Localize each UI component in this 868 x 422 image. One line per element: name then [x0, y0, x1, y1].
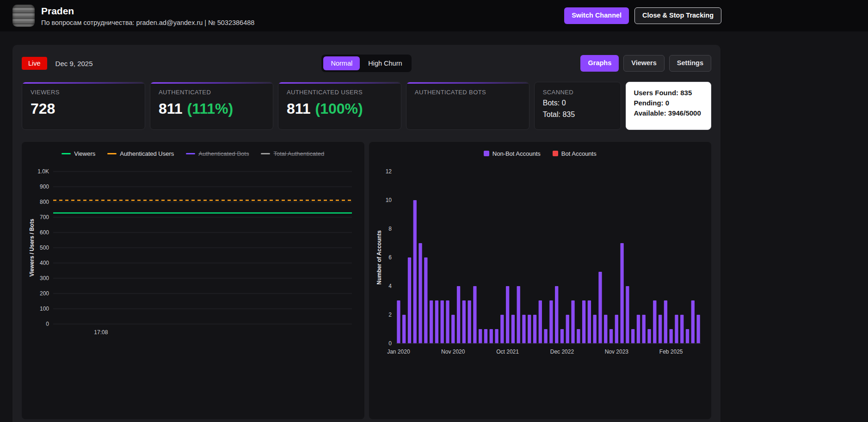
charts-row: ViewersAuthenticated UsersAuthenticated … [22, 142, 711, 419]
scanned-bots-line: Bots: 0 [543, 99, 613, 107]
svg-text:500: 500 [40, 245, 49, 251]
tab-viewers-button[interactable]: Viewers [623, 55, 665, 71]
bar-chart-legend: Non-Bot AccountsBot Accounts [375, 147, 706, 159]
svg-text:Viewers / Users / Bots: Viewers / Users / Bots [29, 219, 35, 277]
svg-text:8: 8 [388, 226, 392, 232]
legend-label: Bot Accounts [561, 150, 597, 157]
svg-text:Dec 2022: Dec 2022 [550, 349, 574, 355]
legend-item-bot-accounts[interactable]: Bot Accounts [553, 150, 597, 157]
legend-swatch [62, 153, 71, 154]
viewers-card-label: VIEWERS [31, 89, 136, 96]
svg-text:700: 700 [40, 214, 49, 220]
legend-label: Authenticated Bots [198, 150, 249, 157]
switch-channel-button[interactable]: Switch Channel [564, 7, 629, 24]
legend-swatch [261, 153, 270, 154]
legend-item-authenticated-bots[interactable]: Authenticated Bots [186, 150, 249, 157]
main-panel: Live Dec 9, 2025 Normal High Churn Graph… [12, 45, 720, 422]
authenticated-card: AUTHENTICATED 811(111%) [150, 82, 273, 130]
channel-subtitle: По вопросам сотрудничества: praden.ad@ya… [41, 19, 254, 26]
scanned-total-line: Total: 835 [543, 110, 613, 119]
authenticated-value: 811 [159, 100, 183, 117]
authenticated-card-label: AUTHENTICATED [159, 89, 265, 96]
svg-text:200: 200 [40, 290, 49, 297]
accounts-bar-chart: 024681012Jan 2020Nov 2020Oct 2021Dec 202… [375, 162, 706, 370]
svg-text:400: 400 [40, 260, 49, 266]
stats-row: VIEWERS 728 AUTHENTICATED 811(111%) AUTH… [22, 82, 711, 130]
svg-text:Nov 2023: Nov 2023 [604, 349, 628, 355]
legend-label: Non-Bot Accounts [492, 150, 541, 157]
svg-text:Oct 2021: Oct 2021 [496, 349, 519, 355]
legend-label: Viewers [74, 150, 95, 157]
svg-text:100: 100 [40, 306, 49, 312]
legend-swatch [186, 153, 195, 154]
svg-text:6: 6 [388, 254, 392, 261]
svg-text:10: 10 [385, 197, 392, 203]
authenticated-users-card-value: 811(100%) [287, 100, 393, 117]
svg-text:Feb 2025: Feb 2025 [659, 349, 683, 355]
legend-item-total-authenticated[interactable]: Total Authenticated [261, 150, 324, 157]
legend-swatch [553, 151, 558, 156]
live-badge: Live [22, 57, 47, 70]
date-label: Dec 9, 2025 [55, 60, 93, 67]
legend-label: Authenticated Users [120, 150, 174, 157]
svg-text:900: 900 [40, 183, 49, 190]
svg-text:1.0K: 1.0K [37, 168, 49, 175]
toolbar: Live Dec 9, 2025 Normal High Churn Graph… [22, 54, 711, 73]
svg-text:Jan 2020: Jan 2020 [387, 349, 410, 355]
channel-info: Praden По вопросам сотрудничества: prade… [12, 5, 254, 27]
legend-swatch [484, 151, 489, 156]
mode-high-churn-button[interactable]: High Churn [361, 56, 409, 70]
summary-available: Available: 3946/5000 [634, 108, 703, 118]
legend-swatch [107, 153, 117, 154]
tab-graphs-button[interactable]: Graphs [580, 55, 619, 71]
authenticated-users-card: AUTHENTICATED USERS 811(100%) [278, 82, 401, 130]
channel-title: Praden [41, 5, 254, 17]
mode-normal-button[interactable]: Normal [323, 56, 360, 70]
svg-text:0: 0 [46, 321, 49, 327]
authenticated-card-value: 811(111%) [159, 100, 265, 117]
authenticated-bots-card: AUTHENTICATED BOTS [406, 82, 529, 130]
authenticated-users-value: 811 [287, 100, 311, 117]
channel-avatar [12, 5, 35, 27]
svg-text:17:08: 17:08 [94, 329, 108, 336]
legend-label: Total Authenticated [273, 150, 324, 157]
svg-text:Number of Accounts: Number of Accounts [376, 230, 382, 285]
viewers-card: VIEWERS 728 [22, 82, 145, 130]
authenticated-percent: (111%) [187, 100, 234, 117]
scanned-card-label: SCANNED [543, 89, 613, 96]
legend-item-non-bot-accounts[interactable]: Non-Bot Accounts [484, 150, 541, 157]
viewers-line-chart: 01002003004005006007008009001.0K17:08Vie… [27, 162, 358, 370]
legend-item-authenticated-users[interactable]: Authenticated Users [107, 150, 174, 157]
svg-text:4: 4 [388, 283, 392, 289]
mode-toggle: Normal High Churn [321, 55, 411, 72]
svg-text:12: 12 [385, 168, 392, 175]
summary-users-found: Users Found: 835 [634, 88, 703, 98]
tab-settings-button[interactable]: Settings [669, 55, 711, 71]
summary-card: Users Found: 835 Pending: 0 Available: 3… [626, 82, 711, 130]
svg-text:Nov 2020: Nov 2020 [441, 349, 465, 355]
viewers-line-chart-panel: ViewersAuthenticated UsersAuthenticated … [22, 142, 364, 419]
close-stop-tracking-button[interactable]: Close & Stop Tracking [634, 7, 721, 24]
scanned-card: SCANNED Bots: 0 Total: 835 [534, 82, 622, 130]
legend-item-viewers[interactable]: Viewers [62, 150, 95, 157]
viewers-card-value: 728 [31, 100, 136, 117]
svg-text:600: 600 [40, 229, 49, 236]
svg-text:800: 800 [40, 199, 49, 205]
svg-text:300: 300 [40, 275, 49, 281]
authenticated-users-card-label: AUTHENTICATED USERS [287, 89, 393, 96]
summary-pending: Pending: 0 [634, 98, 703, 108]
svg-text:2: 2 [388, 312, 392, 318]
line-chart-legend: ViewersAuthenticated UsersAuthenticated … [27, 147, 359, 159]
authenticated-users-percent: (100%) [315, 100, 363, 117]
app-header: Praden По вопросам сотрудничества: prade… [0, 0, 868, 31]
authenticated-bots-card-label: AUTHENTICATED BOTS [415, 89, 521, 96]
svg-text:0: 0 [388, 340, 392, 347]
accounts-bar-chart-panel: Non-Bot AccountsBot Accounts 024681012Ja… [369, 142, 712, 419]
